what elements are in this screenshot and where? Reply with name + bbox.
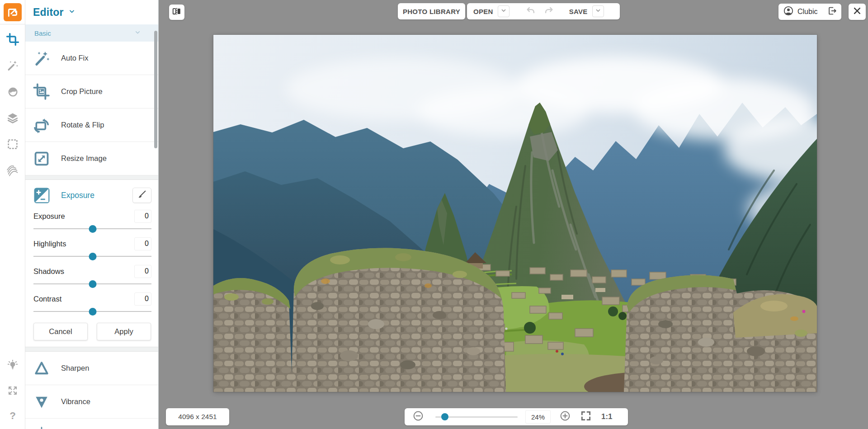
highlights-value-field[interactable]: 0: [134, 237, 151, 250]
vibrance-icon: [32, 392, 52, 412]
app-logo[interactable]: [0, 0, 25, 24]
fullscreen-corners-icon: [580, 410, 592, 424]
fit-to-screen-button[interactable]: [580, 411, 591, 422]
actual-size-button[interactable]: 1:1: [601, 412, 613, 421]
rail-crop-tool[interactable]: [4, 32, 22, 49]
panel-item-vibrance[interactable]: Vibrance: [25, 385, 158, 419]
texture-icon: [6, 164, 19, 179]
panel-item-label: Crop Picture: [61, 87, 103, 96]
brush-mode-button[interactable]: [132, 188, 151, 203]
highlights-slider[interactable]: [33, 252, 151, 260]
panel-item-label: Auto Fix: [61, 54, 89, 62]
slider-row-highlights: Highlights 0: [33, 237, 151, 260]
app-logo-icon: [4, 3, 22, 21]
panel-item-sharpen[interactable]: Sharpen: [25, 352, 158, 385]
compare-before-after-button[interactable]: [169, 5, 184, 20]
slider-row-contrast: Contrast 0: [33, 292, 151, 316]
rail-layers-tool[interactable]: [4, 110, 22, 127]
panel-item-crop-picture[interactable]: Crop Picture: [25, 75, 158, 108]
account-user-button[interactable]: Clubic: [797, 8, 817, 16]
section-divider: [25, 175, 158, 180]
basic-section-label: Basic: [34, 29, 51, 37]
account-toolbar: Clubic: [778, 4, 841, 20]
panel-item-auto-fix[interactable]: Auto Fix: [25, 42, 158, 75]
open-options-button[interactable]: [498, 5, 509, 17]
magic-wand-icon: [32, 48, 52, 68]
help-button[interactable]: ?: [4, 409, 22, 424]
page-title: Editor: [33, 6, 64, 19]
slider-thumb[interactable]: [89, 308, 96, 316]
save-button[interactable]: SAVE: [569, 8, 588, 15]
file-toolbar: OPEN SAVE: [467, 3, 620, 19]
zoom-slider[interactable]: [435, 413, 518, 421]
slider-thumb[interactable]: [89, 280, 96, 288]
white-balance-icon: WB: [32, 425, 52, 429]
cancel-button[interactable]: Cancel: [33, 323, 88, 340]
fullscreen-app-button[interactable]: [4, 384, 22, 399]
chevron-down-icon: [68, 8, 75, 17]
crop-picture-icon: [32, 82, 52, 102]
panel-scrollbar[interactable]: [154, 31, 157, 148]
tool-rail: ?: [0, 0, 25, 429]
contrast-value-field[interactable]: 0: [134, 292, 151, 306]
svg-text:?: ?: [9, 410, 16, 421]
canvas-image[interactable]: [213, 35, 817, 392]
rail-frame-tool[interactable]: [4, 137, 22, 154]
slider-label: Shadows: [33, 267, 64, 276]
panel-item-label: Resize Image: [61, 154, 107, 163]
slider-label: Exposure: [33, 212, 65, 221]
contrast-slider[interactable]: [33, 307, 151, 316]
slider-thumb[interactable]: [89, 225, 96, 233]
expand-arrows-icon: [7, 385, 18, 398]
chevron-down-icon: [134, 29, 141, 38]
plus-circle-icon: [560, 410, 571, 423]
crop-icon: [6, 33, 19, 48]
rail-texture-tool[interactable]: [4, 163, 22, 180]
sign-out-button[interactable]: [827, 6, 837, 18]
workspace: PHOTO LIBRARY OPEN SAVE Clubic: [159, 0, 868, 429]
zoom-out-button[interactable]: [413, 411, 424, 422]
image-dimensions-badge: 4096 x 2451: [166, 408, 229, 425]
rail-portrait-tool[interactable]: [4, 84, 22, 101]
lightbulb-icon: [7, 359, 19, 373]
close-editor-button[interactable]: [849, 4, 866, 20]
slider-row-shadows: Shadows 0: [33, 264, 151, 288]
shadows-slider[interactable]: [33, 280, 151, 288]
zoom-level-field[interactable]: 24%: [525, 410, 551, 424]
editor-mode-dropdown[interactable]: Editor: [25, 0, 158, 24]
redo-icon: [544, 5, 554, 17]
basic-section-header[interactable]: Basic: [25, 24, 158, 42]
minus-circle-icon: [413, 410, 424, 423]
undo-button[interactable]: [525, 6, 537, 17]
panel-item-rotate-flip[interactable]: Rotate & Flip: [25, 108, 158, 142]
question-mark-icon: ?: [8, 410, 18, 424]
apply-button[interactable]: Apply: [97, 323, 151, 340]
panel-item-colors[interactable]: WB Colors: [25, 419, 158, 429]
shadows-value-field[interactable]: 0: [134, 265, 151, 278]
chevron-down-icon: [500, 7, 507, 15]
sign-out-icon: [827, 6, 837, 18]
slider-thumb[interactable]: [89, 253, 96, 260]
slider-label: Highlights: [33, 240, 66, 248]
rotate-flip-icon: [32, 115, 52, 135]
portrait-icon: [6, 85, 19, 100]
panel-item-resize-image[interactable]: Resize Image: [25, 142, 158, 175]
compare-icon: [172, 6, 182, 18]
frame-icon: [6, 138, 19, 152]
zoom-toolbar: 24% 1:1: [405, 408, 628, 425]
save-options-button[interactable]: [592, 5, 604, 17]
exposure-slider[interactable]: [33, 225, 151, 233]
rail-retouch-tool[interactable]: [4, 58, 22, 75]
zoom-in-button[interactable]: [560, 411, 571, 422]
panel-item-label: Vibrance: [61, 397, 90, 406]
exposure-icon: [33, 187, 50, 204]
open-button[interactable]: OPEN: [473, 8, 493, 15]
section-divider: [25, 347, 158, 352]
exposure-section: Exposure Exposure 0 Highlights 0: [25, 180, 158, 347]
panel-item-label: Sharpen: [61, 364, 89, 372]
redo-button[interactable]: [543, 6, 555, 17]
photo-library-button[interactable]: PHOTO LIBRARY: [398, 3, 465, 19]
exposure-value-field[interactable]: 0: [134, 210, 151, 223]
zoom-slider-thumb[interactable]: [441, 413, 448, 420]
tips-button[interactable]: [4, 358, 22, 374]
